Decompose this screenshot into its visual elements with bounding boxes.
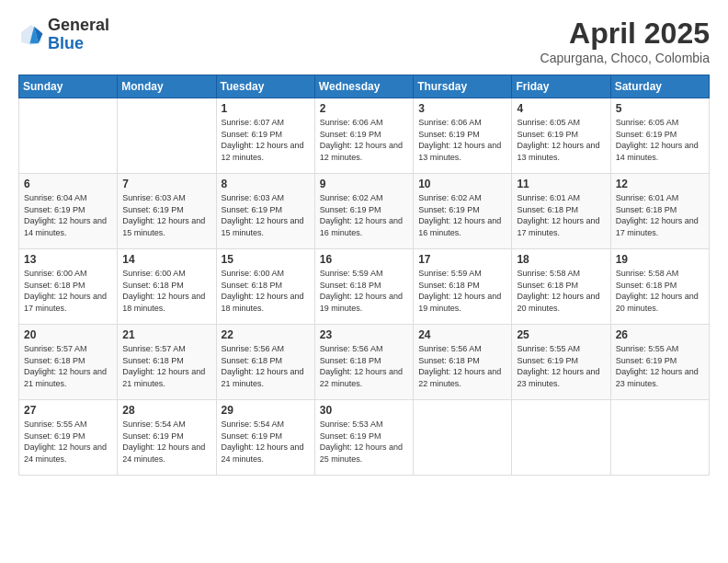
day-info: Sunrise: 6:00 AMSunset: 6:18 PMDaylight:…	[122, 268, 210, 314]
calendar-cell: 30Sunrise: 5:53 AMSunset: 6:19 PMDayligh…	[314, 400, 413, 476]
calendar-cell: 16Sunrise: 5:59 AMSunset: 6:18 PMDayligh…	[314, 249, 413, 325]
calendar-cell: 5Sunrise: 6:05 AMSunset: 6:19 PMDaylight…	[610, 98, 709, 174]
day-info: Sunrise: 5:56 AMSunset: 6:18 PMDaylight:…	[320, 343, 408, 389]
day-number: 22	[222, 328, 310, 341]
day-number: 8	[222, 178, 310, 190]
month-year: April 2025	[540, 17, 710, 51]
calendar-cell: 13Sunrise: 6:00 AMSunset: 6:18 PMDayligh…	[19, 249, 118, 325]
day-number: 28	[122, 404, 210, 417]
calendar-cell: 11Sunrise: 6:01 AMSunset: 6:18 PMDayligh…	[512, 174, 610, 249]
day-number: 26	[616, 328, 704, 341]
calendar-cell	[610, 400, 709, 476]
calendar-cell: 21Sunrise: 5:57 AMSunset: 6:18 PMDayligh…	[118, 325, 216, 400]
day-number: 30	[320, 404, 408, 417]
calendar-cell: 1Sunrise: 6:07 AMSunset: 6:19 PMDaylight…	[216, 98, 314, 174]
day-number: 24	[418, 328, 506, 341]
day-info: Sunrise: 6:02 AMSunset: 6:19 PMDaylight:…	[418, 192, 506, 238]
day-number: 13	[24, 253, 112, 266]
day-info: Sunrise: 5:54 AMSunset: 6:19 PMDaylight:…	[122, 419, 210, 465]
calendar-cell	[118, 98, 216, 174]
calendar-day-header: Monday	[118, 75, 216, 98]
calendar-day-header: Tuesday	[216, 75, 314, 98]
day-info: Sunrise: 6:06 AMSunset: 6:19 PMDaylight:…	[418, 117, 506, 163]
page: General Blue April 2025 Capurgana, Choco…	[0, 0, 728, 563]
day-info: Sunrise: 5:56 AMSunset: 6:18 PMDaylight:…	[418, 343, 506, 389]
calendar-week-row: 13Sunrise: 6:00 AMSunset: 6:18 PMDayligh…	[19, 249, 710, 325]
day-number: 11	[517, 178, 605, 190]
calendar-cell: 29Sunrise: 5:54 AMSunset: 6:19 PMDayligh…	[216, 400, 314, 476]
day-info: Sunrise: 5:59 AMSunset: 6:18 PMDaylight:…	[320, 268, 408, 314]
day-info: Sunrise: 6:01 AMSunset: 6:18 PMDaylight:…	[616, 192, 704, 238]
calendar-cell: 28Sunrise: 5:54 AMSunset: 6:19 PMDayligh…	[118, 400, 216, 476]
calendar-week-row: 1Sunrise: 6:07 AMSunset: 6:19 PMDaylight…	[19, 98, 710, 174]
calendar-week-row: 27Sunrise: 5:55 AMSunset: 6:19 PMDayligh…	[19, 400, 710, 476]
day-number: 1	[222, 102, 310, 115]
calendar-cell: 20Sunrise: 5:57 AMSunset: 6:18 PMDayligh…	[19, 325, 118, 400]
day-info: Sunrise: 6:01 AMSunset: 6:18 PMDaylight:…	[517, 192, 605, 238]
day-info: Sunrise: 6:05 AMSunset: 6:19 PMDaylight:…	[616, 117, 704, 163]
day-info: Sunrise: 5:54 AMSunset: 6:19 PMDaylight:…	[222, 419, 310, 465]
day-info: Sunrise: 5:57 AMSunset: 6:18 PMDaylight:…	[122, 343, 210, 389]
logo-general-text: General	[48, 17, 109, 35]
day-number: 2	[320, 102, 408, 115]
calendar-cell: 26Sunrise: 5:55 AMSunset: 6:19 PMDayligh…	[610, 325, 709, 400]
day-number: 6	[24, 178, 112, 190]
day-info: Sunrise: 6:07 AMSunset: 6:19 PMDaylight:…	[222, 117, 310, 163]
day-info: Sunrise: 5:55 AMSunset: 6:19 PMDaylight:…	[517, 343, 605, 389]
calendar-cell	[19, 98, 118, 174]
day-info: Sunrise: 6:04 AMSunset: 6:19 PMDaylight:…	[24, 192, 112, 238]
day-info: Sunrise: 5:59 AMSunset: 6:18 PMDaylight:…	[418, 268, 506, 314]
day-number: 29	[222, 404, 310, 417]
day-info: Sunrise: 6:02 AMSunset: 6:19 PMDaylight:…	[320, 192, 408, 238]
day-number: 12	[616, 178, 704, 190]
calendar-cell: 19Sunrise: 5:58 AMSunset: 6:18 PMDayligh…	[610, 249, 709, 325]
calendar-cell: 8Sunrise: 6:03 AMSunset: 6:19 PMDaylight…	[216, 174, 314, 249]
day-number: 25	[517, 328, 605, 341]
calendar-cell: 10Sunrise: 6:02 AMSunset: 6:19 PMDayligh…	[414, 174, 512, 249]
day-number: 9	[320, 178, 408, 190]
calendar-cell: 25Sunrise: 5:55 AMSunset: 6:19 PMDayligh…	[512, 325, 610, 400]
calendar-day-header: Friday	[512, 75, 610, 98]
calendar-cell: 27Sunrise: 5:55 AMSunset: 6:19 PMDayligh…	[19, 400, 118, 476]
header: General Blue April 2025 Capurgana, Choco…	[18, 17, 710, 65]
day-number: 3	[418, 102, 506, 115]
calendar-cell: 14Sunrise: 6:00 AMSunset: 6:18 PMDayligh…	[118, 249, 216, 325]
day-number: 17	[418, 253, 506, 266]
day-number: 23	[320, 328, 408, 341]
location: Capurgana, Choco, Colombia	[540, 51, 710, 65]
calendar-cell: 2Sunrise: 6:06 AMSunset: 6:19 PMDaylight…	[314, 98, 413, 174]
calendar-cell: 7Sunrise: 6:03 AMSunset: 6:19 PMDaylight…	[118, 174, 216, 249]
day-number: 18	[517, 253, 605, 266]
day-number: 5	[616, 102, 704, 115]
calendar-table: SundayMondayTuesdayWednesdayThursdayFrid…	[18, 75, 710, 476]
calendar-week-row: 20Sunrise: 5:57 AMSunset: 6:18 PMDayligh…	[19, 325, 710, 400]
calendar-cell: 4Sunrise: 6:05 AMSunset: 6:19 PMDaylight…	[512, 98, 610, 174]
day-number: 14	[122, 253, 210, 266]
day-info: Sunrise: 5:56 AMSunset: 6:18 PMDaylight:…	[222, 343, 310, 389]
calendar-day-header: Saturday	[610, 75, 709, 98]
day-info: Sunrise: 6:00 AMSunset: 6:18 PMDaylight:…	[24, 268, 112, 314]
calendar-cell: 3Sunrise: 6:06 AMSunset: 6:19 PMDaylight…	[414, 98, 512, 174]
day-info: Sunrise: 6:05 AMSunset: 6:19 PMDaylight:…	[517, 117, 605, 163]
day-number: 15	[222, 253, 310, 266]
calendar-cell: 22Sunrise: 5:56 AMSunset: 6:18 PMDayligh…	[216, 325, 314, 400]
calendar-cell: 17Sunrise: 5:59 AMSunset: 6:18 PMDayligh…	[414, 249, 512, 325]
logo-blue-text: Blue	[48, 35, 109, 53]
calendar-cell: 12Sunrise: 6:01 AMSunset: 6:18 PMDayligh…	[610, 174, 709, 249]
logo-icon	[18, 22, 44, 48]
day-info: Sunrise: 5:55 AMSunset: 6:19 PMDaylight:…	[616, 343, 704, 389]
day-info: Sunrise: 6:00 AMSunset: 6:18 PMDaylight:…	[222, 268, 310, 314]
logo-text: General Blue	[48, 17, 109, 53]
day-info: Sunrise: 5:58 AMSunset: 6:18 PMDaylight:…	[616, 268, 704, 314]
day-info: Sunrise: 6:03 AMSunset: 6:19 PMDaylight:…	[222, 192, 310, 238]
day-info: Sunrise: 6:06 AMSunset: 6:19 PMDaylight:…	[320, 117, 408, 163]
calendar-day-header: Wednesday	[314, 75, 413, 98]
day-info: Sunrise: 6:03 AMSunset: 6:19 PMDaylight:…	[122, 192, 210, 238]
day-number: 16	[320, 253, 408, 266]
calendar-day-header: Sunday	[19, 75, 118, 98]
day-number: 10	[418, 178, 506, 190]
calendar-cell	[414, 400, 512, 476]
day-info: Sunrise: 5:55 AMSunset: 6:19 PMDaylight:…	[24, 419, 112, 465]
day-info: Sunrise: 5:58 AMSunset: 6:18 PMDaylight:…	[517, 268, 605, 314]
calendar-cell: 18Sunrise: 5:58 AMSunset: 6:18 PMDayligh…	[512, 249, 610, 325]
